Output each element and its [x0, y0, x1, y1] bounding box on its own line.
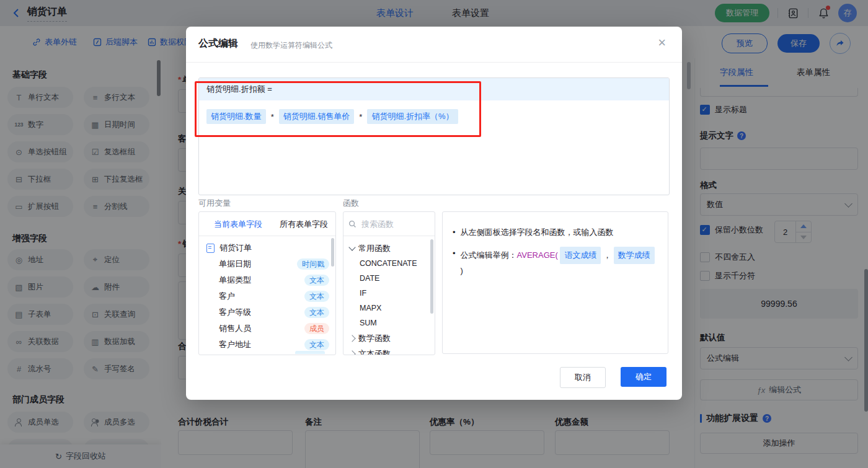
variable-row[interactable]: 单据日期时间戳 — [199, 256, 335, 272]
variable-row[interactable]: 客户文本 — [199, 288, 335, 304]
formula-field-tag[interactable]: 销货明细.数量 — [206, 109, 266, 124]
variables-scrollbar[interactable] — [331, 238, 334, 267]
formula-field-tag[interactable]: 销货明细.销售单价 — [279, 109, 355, 124]
variable-name: 单据日期 — [219, 258, 297, 270]
variable-row[interactable]: 单据类型文本 — [199, 272, 335, 288]
function-search[interactable] — [343, 212, 435, 236]
variable-name: 销售人员 — [219, 323, 304, 334]
formula-expression[interactable]: 销货明细.数量 * 销货明细.销售单价 * 销货明细.折扣率（%） — [199, 100, 669, 133]
tab-current-form-fields[interactable]: 当前表单字段 — [214, 219, 262, 230]
function-item[interactable]: CONCATENATE — [343, 256, 435, 271]
tip-line-2: • 公式编辑举例：AVERAGE( 语文成绩 ， 数学成绩 ) — [453, 247, 658, 278]
form-designer-app: 销货订单 表单设计 表单设置 数据管理 存 表单外链 后端脚本 — [0, 0, 868, 468]
tip-line-1: • 从左侧面板选择字段名和函数，或输入函数 — [453, 226, 658, 239]
variable-name: 销货订单 — [219, 242, 329, 254]
modal-subtitle: 使用数学运算符编辑公式 — [250, 40, 332, 51]
clipped-badge — [295, 351, 325, 354]
variable-name: 客户地址 — [219, 339, 304, 350]
close-icon[interactable]: × — [654, 33, 670, 52]
type-badge: 文本 — [304, 307, 329, 318]
confirm-button[interactable]: 确定 — [621, 367, 666, 387]
chevron-down-icon — [348, 244, 355, 250]
tab-all-form-fields[interactable]: 所有表单字段 — [280, 219, 328, 230]
example-field-tag: 语文成绩 — [560, 247, 601, 264]
cancel-button[interactable]: 取消 — [560, 367, 606, 388]
variable-row[interactable]: 销售人员成员 — [199, 320, 335, 337]
formula-target: 销货明细.折扣额 = — [199, 78, 669, 100]
bullet-icon: • — [453, 247, 456, 260]
form-file-icon — [206, 244, 215, 253]
variable-name: 客户 — [219, 291, 304, 302]
function-group-common[interactable]: 常用函数 — [343, 241, 435, 256]
modal-title: 公式编辑 — [198, 37, 238, 50]
variables-tabs: 当前表单字段 所有表单字段 — [199, 212, 335, 236]
variable-name: 单据类型 — [219, 275, 304, 286]
variable-root-row[interactable]: 销货订单 — [199, 240, 335, 256]
function-item[interactable]: IF — [343, 286, 435, 301]
example-field-tag: 数学成绩 — [614, 247, 655, 264]
header-divider — [186, 62, 682, 63]
variable-row[interactable]: 客户等级文本 — [199, 304, 335, 320]
type-badge: 文本 — [304, 275, 329, 286]
functions-label: 函数 — [343, 198, 359, 209]
formula-field-tag[interactable]: 销货明细.折扣率（%） — [367, 109, 458, 124]
function-group-math[interactable]: 数学函数 — [343, 330, 435, 346]
formula-operator: * — [359, 112, 362, 121]
type-badge: 成员 — [304, 323, 329, 334]
group-label: 数学函数 — [358, 333, 391, 344]
formula-edit-modal: 公式编辑 使用数学运算符编辑公式 × 销货明细.折扣额 = 销货明细.数量 * … — [186, 27, 682, 400]
chevron-right-icon — [348, 335, 355, 342]
function-search-input[interactable] — [360, 219, 422, 229]
variables-label: 可用变量 — [198, 198, 231, 209]
type-badge: 文本 — [304, 291, 329, 302]
type-badge: 文本 — [304, 339, 329, 350]
tip-text: 从左侧面板选择字段名和函数，或输入函数 — [461, 226, 614, 239]
variables-panel: 当前表单字段 所有表单字段 销货订单 单据日期时间戳 单据类型文本 客户文本 客… — [198, 211, 336, 355]
function-item[interactable]: MAPX — [343, 301, 435, 316]
formula-operator: * — [271, 112, 274, 121]
function-item[interactable]: SUM — [343, 316, 435, 330]
tips-panel: • 从左侧面板选择字段名和函数，或输入函数 • 公式编辑举例：AVERAGE( … — [442, 211, 668, 354]
tip-example: 公式编辑举例：AVERAGE( 语文成绩 ， 数学成绩 ) — [461, 247, 658, 278]
search-icon — [348, 220, 356, 228]
function-name: AVERAGE( — [517, 250, 558, 260]
function-group-text[interactable]: 文本函数 — [343, 346, 435, 355]
type-badge: 时间戳 — [297, 258, 329, 270]
formula-editor[interactable]: 销货明细.折扣额 = 销货明细.数量 * 销货明细.销售单价 * 销货明细.折扣… — [198, 77, 670, 195]
function-item[interactable]: DATE — [343, 271, 435, 286]
group-label: 文本函数 — [358, 348, 391, 356]
group-label: 常用函数 — [358, 243, 391, 254]
chevron-right-icon — [348, 350, 355, 355]
functions-panel: 常用函数 CONCATENATE DATE IF MAPX SUM 数学函数 文… — [343, 211, 435, 355]
bullet-icon: • — [453, 226, 456, 239]
variable-name: 客户等级 — [219, 307, 304, 318]
functions-scrollbar[interactable] — [430, 239, 433, 314]
